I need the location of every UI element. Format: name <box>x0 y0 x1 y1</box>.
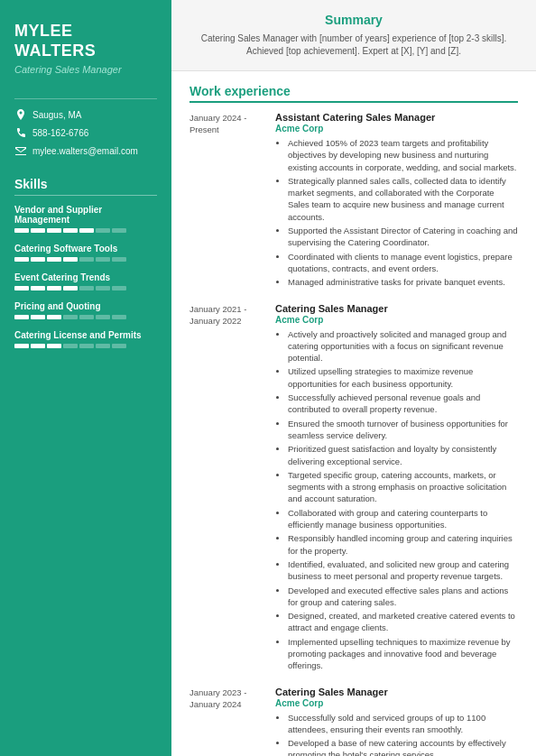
entry-job-title: Catering Sales Manager <box>275 303 518 314</box>
bullet-item: Managed administrative tasks for private… <box>288 276 518 288</box>
bullet-item: Achieved 105% of 2023 team targets and p… <box>288 137 518 173</box>
work-entry: January 2021 -January 2022Catering Sales… <box>189 303 518 674</box>
bullet-item: Developed a base of new catering account… <box>288 737 518 756</box>
work-experience-heading: Work experience <box>189 84 518 103</box>
skill-item: Vendor and Supplier Management <box>14 205 157 233</box>
skill-label: Pricing and Quoting <box>14 301 157 311</box>
skill-label: Event Catering Trends <box>14 272 157 282</box>
work-entry: January 2023 -January 2024Catering Sales… <box>189 687 518 756</box>
bullet-item: Successfully sold and serviced groups of… <box>288 712 518 736</box>
skill-label: Catering Software Tools <box>14 244 157 254</box>
entry-bullets: Actively and proactively solicited and m… <box>275 328 518 672</box>
sidebar: MYLEE WALTERS Catering Sales Manager Sau… <box>0 0 171 756</box>
entry-company: Acme Corp <box>275 124 518 134</box>
work-entry: January 2024 -PresentAssistant Catering … <box>189 112 518 290</box>
email-item: mylee.walters@email.com <box>14 144 157 157</box>
bullet-item: Designed, created, and marketed creative… <box>288 610 518 634</box>
skills-list: Vendor and Supplier ManagementCatering S… <box>14 205 157 348</box>
skill-bars <box>14 344 157 348</box>
entry-company: Acme Corp <box>275 698 518 708</box>
bullet-item: Prioritized guest satisfaction and loyal… <box>288 443 518 467</box>
skill-label: Catering License and Permits <box>14 330 157 340</box>
skill-item: Catering Software Tools <box>14 244 157 262</box>
skills-section: Skills Vendor and Supplier ManagementCat… <box>0 162 171 348</box>
bullet-item: Strategically planned sales calls, colle… <box>288 175 518 223</box>
email-text: mylee.walters@email.com <box>32 146 138 156</box>
email-icon <box>14 144 27 157</box>
work-entries: January 2024 -PresentAssistant Catering … <box>189 112 518 756</box>
skill-item: Catering License and Permits <box>14 330 157 348</box>
bullet-item: Utilized upselling strategies to maximiz… <box>288 365 518 390</box>
bullet-item: Responsibly handled incoming group and c… <box>288 532 518 557</box>
phone-item: 588-162-6766 <box>14 126 157 139</box>
skills-heading: Skills <box>14 177 157 196</box>
phone-icon <box>14 126 27 139</box>
bullet-item: Targeted specific group, catering accoun… <box>288 469 518 505</box>
entry-bullets: Successfully sold and serviced groups of… <box>275 712 518 756</box>
location-text: Saugus, MA <box>32 110 81 120</box>
skill-bars <box>14 257 157 262</box>
sidebar-header: MYLEE WALTERS Catering Sales Manager <box>0 0 171 89</box>
location-item: Saugus, MA <box>14 108 157 121</box>
main-content: Summary Catering Sales Manager with [num… <box>171 0 536 756</box>
entry-dates: January 2023 -January 2024 <box>189 687 275 756</box>
candidate-title: Catering Sales Manager <box>14 64 157 75</box>
skill-label: Vendor and Supplier Management <box>14 205 157 225</box>
entry-bullets: Achieved 105% of 2023 team targets and p… <box>275 137 518 289</box>
bullet-item: Identified, evaluated, and solicited new… <box>288 558 518 583</box>
bullet-item: Collaborated with group and catering cou… <box>288 507 518 531</box>
entry-body: Catering Sales ManagerAcme CorpSuccessfu… <box>275 687 518 756</box>
skill-item: Pricing and Quoting <box>14 301 157 319</box>
skill-bars <box>14 286 157 290</box>
entry-dates: January 2024 -Present <box>189 112 275 290</box>
bullet-item: Developed and executed effective sales p… <box>288 585 518 609</box>
skill-item: Event Catering Trends <box>14 272 157 290</box>
entry-body: Assistant Catering Sales ManagerAcme Cor… <box>275 112 518 290</box>
summary-section: Summary Catering Sales Manager with [num… <box>171 0 536 71</box>
location-icon <box>14 108 27 121</box>
entry-dates: January 2021 -January 2022 <box>189 303 275 674</box>
entry-company: Acme Corp <box>275 315 518 325</box>
skill-bars <box>14 315 157 319</box>
bullet-item: Actively and proactively solicited and m… <box>288 328 518 364</box>
candidate-name: MYLEE WALTERS <box>14 22 157 60</box>
bullet-item: Ensured the smooth turnover of business … <box>288 418 518 442</box>
bullet-item: Coordinated with clients to manage event… <box>288 251 518 275</box>
summary-heading: Summary <box>189 13 518 27</box>
content-body: Work experience January 2024 -PresentAss… <box>171 71 536 756</box>
entry-body: Catering Sales ManagerAcme CorpActively … <box>275 303 518 674</box>
bullet-item: Implemented upselling techniques to maxi… <box>288 636 518 672</box>
entry-job-title: Assistant Catering Sales Manager <box>275 112 518 123</box>
entry-job-title: Catering Sales Manager <box>275 687 518 697</box>
skill-bars <box>14 228 157 233</box>
contact-info: Saugus, MA 588-162-6766 mylee.walters@em… <box>0 108 171 157</box>
phone-text: 588-162-6766 <box>32 128 88 138</box>
summary-text: Catering Sales Manager with [number of y… <box>189 32 518 58</box>
bullet-item: Successfully achieved personal revenue g… <box>288 392 518 416</box>
bullet-item: Supported the Assistant Director of Cate… <box>288 225 518 249</box>
